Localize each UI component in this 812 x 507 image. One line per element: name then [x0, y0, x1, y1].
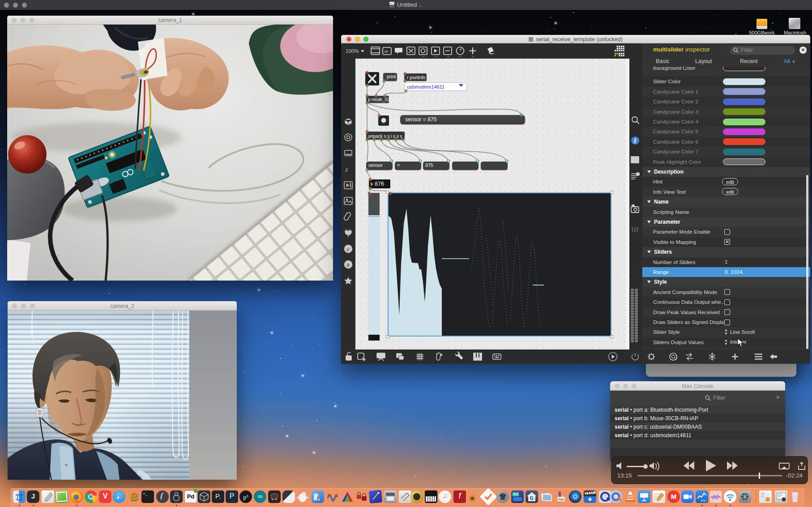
svg-text:13:15: 13:15	[617, 472, 632, 479]
svg-text:100%: 100%	[346, 48, 359, 54]
svg-text:m: m	[385, 49, 388, 54]
svg-text:App: App	[559, 498, 564, 501]
svg-text:G: G	[530, 495, 534, 501]
svg-text:-02:24: -02:24	[786, 472, 803, 479]
svg-text:intel: intel	[701, 499, 706, 502]
svg-text:♪: ♪	[345, 166, 348, 173]
svg-text:b: b	[347, 262, 350, 268]
